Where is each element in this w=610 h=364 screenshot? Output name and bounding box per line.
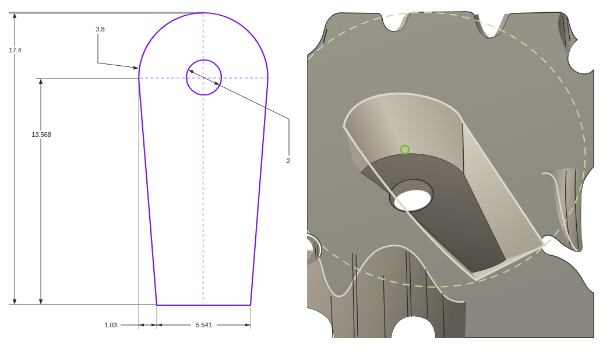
arrow-down-icon [13,299,16,305]
cad-screenshot: 17.4 13.568 3.8 2 [0,0,610,364]
arrow-up-icon [39,79,43,84]
dim-label-hole-diameter[interactable]: 2 [287,157,290,164]
arrow-left-icon [139,323,144,326]
arrow-right-icon [151,323,157,326]
arrow-left-icon [157,323,162,326]
dim-left-height[interactable]: 13.568 [30,79,53,305]
dim-label-overall-height[interactable]: 17.4 [9,47,21,54]
dim-label-bottom-width[interactable]: 5.541 [196,321,212,328]
arrow-downright-icon [214,82,220,85]
dim-label-bottom-left-offset[interactable]: 1.03 [104,321,117,328]
dim-fillet-radius[interactable]: 3.8 [96,26,139,70]
dim-hole-diameter[interactable]: 2 [188,70,290,164]
dim-overall-height[interactable]: 17.4 [7,13,23,305]
model-3d-viewport[interactable] [307,0,594,338]
dim-bottom-left-offset[interactable]: 1.03 [104,321,157,328]
dimension-sketch-panel[interactable]: 17.4 13.568 3.8 2 [0,0,307,364]
arrow-upleft-icon [188,70,193,73]
arrow-right-icon [133,66,139,70]
dim-label-fillet-radius[interactable]: 3.8 [96,26,104,33]
dim-bottom-width[interactable]: 5.541 [157,321,251,328]
dim-label-left-height[interactable]: 13.568 [31,131,51,138]
arrow-down-icon [39,299,43,305]
arrow-right-icon [245,323,251,326]
